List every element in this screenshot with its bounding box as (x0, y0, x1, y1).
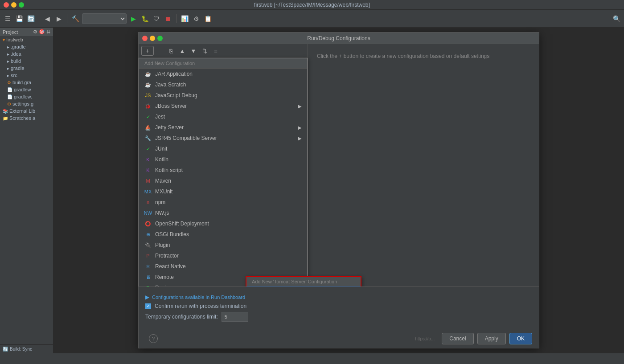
run-config-select[interactable] (82, 13, 127, 24)
configs-link[interactable]: ▶ (145, 294, 149, 300)
menu-item-protractor[interactable]: P Protractor (139, 250, 307, 261)
menu-item-jsr45[interactable]: 🔧 JSR45 Compatible Server ▶ (139, 133, 307, 143)
npm-icon: n (144, 199, 152, 206)
menu-item-jetty[interactable]: ⛵ Jetty Server ▶ (139, 122, 307, 133)
stop-icon[interactable]: ⏹ (163, 14, 173, 24)
build-sync-label: Build: Sync (10, 347, 32, 352)
menu-item-maven[interactable]: M Maven (139, 176, 307, 186)
modal-left-panel: + − ⎘ ▲ ▼ ⇅ ≡ Add New Configuration (139, 44, 308, 286)
modal-max-btn[interactable] (157, 36, 163, 41)
sort-button[interactable]: ⇅ (200, 46, 209, 55)
add-config-button[interactable]: + (141, 46, 154, 56)
tree-item-build[interactable]: ▸ build (0, 57, 53, 65)
maximize-button[interactable] (19, 2, 24, 8)
run-icon[interactable]: ▶ (128, 14, 138, 24)
temp-configs-input[interactable] (222, 312, 248, 322)
back-icon[interactable]: ◀ (42, 14, 52, 24)
confirm-rerun-label: Confirm rerun with process termination (155, 303, 246, 309)
menu-item-java-scratch[interactable]: ☕ Java Scratch (139, 79, 307, 90)
menu-item-jar[interactable]: ☕ JAR Application (139, 69, 307, 79)
terminal-icon[interactable]: 📋 (203, 14, 213, 24)
forward-icon[interactable]: ▶ (54, 14, 64, 24)
tree-item-gradle-dir[interactable]: ▸ .gradle (0, 43, 53, 50)
tomcat-local-item[interactable]: 🖥 Local (246, 286, 361, 286)
modal-left-toolbar: + − ⎘ ▲ ▼ ⇅ ≡ (139, 44, 308, 58)
close-button[interactable] (4, 2, 9, 8)
tree-item-build-gradle[interactable]: ⚙ build.gra (0, 79, 53, 86)
modal-footer: ? https://b... Cancel Apply OK (139, 329, 539, 348)
modal-close-btn[interactable] (142, 36, 148, 41)
filter-button[interactable]: ≡ (211, 46, 221, 55)
confirm-rerun-checkbox[interactable]: ✓ (145, 303, 151, 309)
menu-item-nwjs[interactable]: NW NW.js (139, 208, 307, 218)
menu-item-label: Jetty Server (155, 124, 184, 131)
tree-label: External Lib (9, 108, 35, 114)
menu-item-kotlin[interactable]: K Kotlin (139, 154, 307, 165)
build-sync-tab[interactable]: 🔄 Build: Sync (0, 344, 53, 353)
menu-item-npm[interactable]: n npm (139, 197, 307, 208)
tree-label: build.gra (12, 80, 31, 85)
apply-button[interactable]: Apply (477, 333, 506, 344)
save-icon[interactable]: 💾 (14, 14, 24, 24)
jsr45-icon: 🔧 (144, 135, 152, 142)
menu-item-openshift[interactable]: ⭕ OpenShift Deployment (139, 218, 307, 229)
menu-item-label: Java Scratch (155, 82, 186, 88)
menu-item-jboss[interactable]: 🐞 JBoss Server ▶ (139, 101, 307, 111)
menu-item-label: Resin (155, 285, 169, 286)
dropdown-header: Add New Configuration (139, 58, 307, 69)
tree-item-scratches[interactable]: 📁 Scratches a (0, 115, 53, 122)
menu-item-react-native[interactable]: ⚛ React Native (139, 261, 307, 272)
tree-item-external-lib[interactable]: 📚 External Lib (0, 107, 53, 115)
tree-item-gradlew[interactable]: 📄 gradlew (0, 86, 53, 93)
move-down-button[interactable]: ▼ (189, 46, 198, 55)
search-everywhere-icon[interactable]: 🔍 (612, 14, 621, 24)
modal-traffic-lights (142, 36, 163, 41)
modal-min-btn[interactable] (150, 36, 155, 41)
add-config-dropdown: Add New Configuration ☕ JAR Application … (139, 58, 308, 286)
help-button[interactable]: ? (149, 334, 158, 343)
move-up-button[interactable]: ▲ (177, 46, 187, 55)
file-icon: ⚙ (7, 102, 11, 106)
menu-item-js-debug[interactable]: JS JavaScript Debug (139, 90, 307, 101)
remove-config-button[interactable]: − (155, 46, 165, 55)
debug-icon[interactable]: 🐛 (140, 14, 150, 24)
gear-icon[interactable]: ⚙ (33, 29, 37, 35)
tree-label: gradle (11, 65, 25, 71)
tree-item-gradle[interactable]: ▸ gradle (0, 65, 53, 72)
separator-1 (39, 14, 39, 23)
osgi-icon: ⊕ (144, 231, 152, 238)
project-sidebar: Project ⚙ 🎯 ⇊ ▾ firstweb ▸ .gradle ▸ .id… (0, 28, 53, 353)
tree-item-settings[interactable]: ⚙ settings.g (0, 100, 53, 107)
menu-item-kotlin-script[interactable]: K Kotlin script (139, 165, 307, 176)
project-name: firstweb (6, 37, 23, 42)
window-title: firstweb [~/TestSpace/IM/IMessage/web/fi… (254, 2, 370, 8)
vcs-icon[interactable]: 📊 (180, 14, 189, 24)
remote-icon: 🖥 (144, 274, 152, 281)
tree-item-idea[interactable]: ▸ .idea (0, 50, 53, 57)
minimize-button[interactable] (11, 2, 16, 8)
junit-icon: ✓ (144, 145, 152, 152)
menu-item-label: NW.js (155, 210, 169, 216)
menu-item-label: Protractor (155, 253, 179, 259)
sync-icon[interactable]: 🔄 (26, 14, 36, 24)
tree-item-gradlew-bat[interactable]: 📄 gradlew. (0, 93, 53, 100)
copy-config-button[interactable]: ⎘ (166, 46, 176, 55)
folder-icon: 📁 (3, 116, 8, 121)
cancel-button[interactable]: Cancel (442, 333, 473, 344)
coverage-icon[interactable]: 🛡 (152, 14, 161, 24)
ok-button[interactable]: OK (509, 333, 532, 344)
menu-item-junit[interactable]: ✓ JUnit (139, 143, 307, 154)
scroll-from-source-icon[interactable]: 🎯 (39, 29, 45, 35)
tree-item-firstweb[interactable]: ▾ firstweb (0, 36, 53, 43)
settings-icon[interactable]: ⚙ (191, 14, 201, 24)
build-icon[interactable]: 🔨 (70, 14, 80, 24)
menu-item-jest[interactable]: ✓ Jest (139, 111, 307, 122)
tomcat-submenu: Add New 'Tomcat Server' Configuration 🖥 … (246, 276, 361, 286)
status-url: https://b... (158, 336, 438, 341)
tree-item-src[interactable]: ▸ src (0, 72, 53, 79)
menu-item-mxunit[interactable]: MX MXUnit (139, 186, 307, 197)
menu-item-plugin[interactable]: 🔌 Plugin (139, 240, 307, 250)
menu-item-osgi[interactable]: ⊕ OSGi Bundles (139, 229, 307, 240)
menu-icon[interactable]: ☰ (3, 14, 12, 24)
collapse-all-icon[interactable]: ⇊ (46, 29, 50, 35)
